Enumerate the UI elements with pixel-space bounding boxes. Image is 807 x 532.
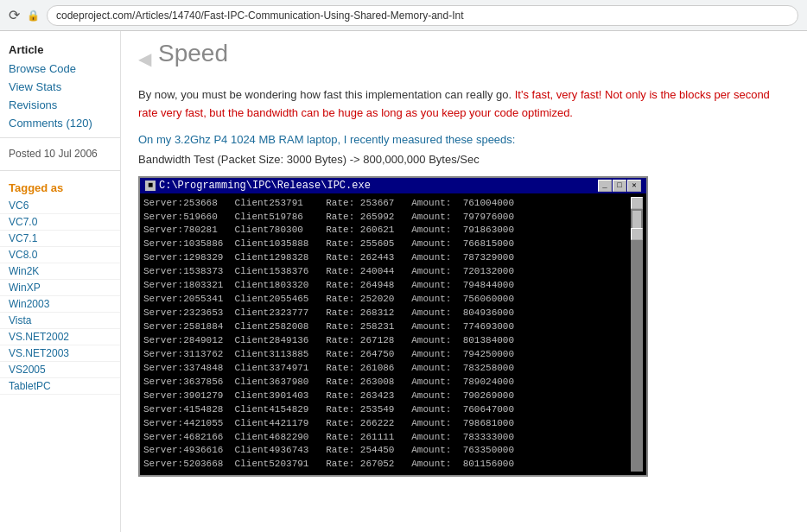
sidebar: Article Browse Code View Stats Revisions… [0, 31, 121, 532]
section-heading: Speed [158, 40, 228, 67]
main-content: ◀ Speed By now, you must be wondering ho… [121, 31, 807, 532]
cmd-close-button[interactable]: ✕ [627, 180, 641, 192]
sidebar-divider-1 [0, 137, 120, 138]
article-section-title: Article [0, 38, 120, 60]
cmd-title: C:\Programming\IPC\Release\IPC.exe [159, 180, 371, 192]
tag-vc6[interactable]: VC6 [0, 198, 120, 214]
tag-vsnet2003[interactable]: VS.NET2003 [0, 345, 120, 362]
cmd-body: Server:253668 Client253791 Rate: 253667 … [140, 193, 646, 476]
cmd-text-area: Server:253668 Client253791 Rate: 253667 … [143, 197, 631, 472]
cmd-scrollbar: ▲ ▼ [631, 197, 643, 472]
tag-vs2005[interactable]: VS2005 [0, 362, 120, 378]
cmd-minimize-button[interactable]: _ [598, 180, 612, 192]
browser-bar: ⟳ 🔒 [0, 0, 807, 31]
sidebar-link-view-stats[interactable]: View Stats [0, 78, 120, 96]
tag-win2003[interactable]: Win2003 [0, 296, 120, 313]
sidebar-link-browse-code[interactable]: Browse Code [0, 60, 120, 78]
tag-vc71[interactable]: VC7.1 [0, 231, 120, 247]
sidebar-link-comments[interactable]: Comments (120) [0, 114, 120, 132]
tag-vc70[interactable]: VC7.0 [0, 214, 120, 231]
measured-paragraph: On my 3.2Ghz P4 1024 MB RAM laptop, I re… [138, 133, 790, 146]
intro-paragraph: By now, you must be wondering how fast t… [138, 86, 790, 123]
refresh-icon[interactable]: ⟳ [9, 7, 20, 23]
cmd-scroll-thumb[interactable] [632, 211, 641, 228]
cmd-app-icon: ■ [145, 180, 156, 191]
sidebar-posted: Posted 10 Jul 2006 [0, 143, 120, 165]
cmd-titlebar-left: ■ C:\Programming\IPC\Release\IPC.exe [145, 180, 371, 192]
measured-text-link: On my 3.2Ghz P4 1024 MB RAM laptop, I re… [138, 133, 515, 146]
cmd-titlebar: ■ C:\Programming\IPC\Release\IPC.exe _ □… [140, 178, 646, 193]
cmd-titlebar-buttons: _ □ ✕ [598, 180, 641, 192]
lock-icon: 🔒 [27, 10, 40, 22]
tag-tabletpc[interactable]: TabletPC [0, 378, 120, 395]
sidebar-link-revisions[interactable]: Revisions [0, 96, 120, 114]
bandwidth-note: Bandwidth Test (Packet Size: 3000 Bytes)… [138, 153, 790, 166]
url-bar[interactable] [47, 5, 798, 26]
back-arrow-icon: ◀ [138, 48, 151, 69]
tag-winxp[interactable]: WinXP [0, 280, 120, 296]
tag-vista[interactable]: Vista [0, 313, 120, 329]
tag-vc80[interactable]: VC8.0 [0, 247, 120, 263]
tag-vsnet2002[interactable]: VS.NET2002 [0, 329, 120, 345]
tagged-as-title: Tagged as [0, 176, 120, 198]
cmd-scroll-down-button[interactable]: ▼ [631, 228, 643, 240]
cmd-restore-button[interactable]: □ [613, 180, 626, 192]
cmd-window: ■ C:\Programming\IPC\Release\IPC.exe _ □… [138, 176, 648, 478]
cmd-scroll-up-button[interactable]: ▲ [631, 197, 643, 209]
page-container: Article Browse Code View Stats Revisions… [0, 31, 807, 532]
sidebar-divider-2 [0, 170, 120, 171]
tag-win2k[interactable]: Win2K [0, 263, 120, 280]
intro-text-normal: By now, you must be wondering how fast t… [138, 88, 515, 101]
